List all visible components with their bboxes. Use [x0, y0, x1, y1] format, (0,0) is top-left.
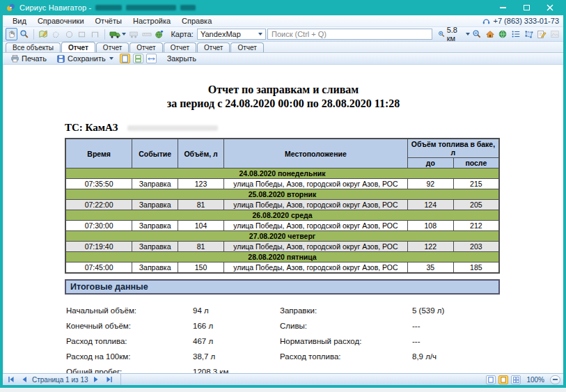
ruler-button[interactable] — [141, 28, 152, 40]
continuous-view-button[interactable] — [133, 54, 143, 63]
menu-nastroyka[interactable]: Настройка — [127, 16, 176, 26]
map-pencil-icon — [38, 29, 48, 39]
support-phone: +7 (863) 333-01-73 — [482, 17, 559, 26]
wagon-button[interactable] — [128, 28, 140, 40]
scale-control[interactable]: 5.8 км — [438, 26, 470, 42]
totals-section: Начальный объём:94 л Конечный объём:166 … — [66, 303, 563, 373]
report-title-line2: за период с 24.08.2020 00:00 по 28.08.20… — [3, 97, 563, 111]
status-bar: Страница 1 из 13 100% — [3, 373, 563, 385]
last-page-button[interactable] — [104, 375, 115, 384]
table-row: 07:45:00Заправка 150улица Победы, Азов, … — [65, 262, 499, 274]
toolbar-separator — [33, 29, 34, 40]
map-select-arrow — [258, 33, 262, 36]
ellipse-icon — [65, 30, 74, 39]
total-row: Конечный объём:166 л — [66, 318, 280, 334]
date-row: 24.08.2020 понедельник — [65, 168, 499, 179]
tab-report-1[interactable]: Отчет — [61, 42, 95, 52]
zoom-percent: 100% — [526, 376, 544, 384]
whole-page-button[interactable] — [486, 375, 496, 384]
minimize-button[interactable] — [492, 1, 513, 14]
report-title-line1: Отчет по заправкам и сливам — [3, 83, 563, 97]
magnifier-icon — [19, 29, 29, 39]
home-button[interactable] — [485, 28, 496, 40]
report-toolbar: Печать Сохранить Закрыть — [3, 53, 563, 65]
table-row: 07:22:00Заправка 81улица Победы, Азов, г… — [65, 200, 499, 210]
menu-spravka[interactable]: Справка — [176, 16, 217, 26]
map-edit-button[interactable] — [38, 28, 49, 40]
tab-report-2[interactable]: Отчет — [96, 42, 129, 52]
col-event: Событие — [132, 139, 178, 168]
single-page-view-button[interactable] — [120, 54, 130, 63]
tab-report-6[interactable]: Отчет — [230, 42, 263, 52]
image-button[interactable] — [549, 28, 560, 40]
tab-report-5[interactable]: Отчет — [197, 42, 230, 52]
ruler-icon — [142, 30, 152, 39]
truck-icon — [109, 30, 120, 39]
search-input[interactable] — [267, 29, 432, 40]
menu-otchety[interactable]: Отчёты — [90, 16, 127, 26]
vehicle-button[interactable] — [109, 28, 127, 40]
total-row: Общий пробег:1208,3 км — [66, 364, 280, 373]
multi-page-button[interactable] — [511, 375, 521, 384]
globe-upload-button[interactable] — [154, 28, 166, 40]
map-select[interactable]: YandexMap — [197, 29, 266, 40]
note-pencil-icon — [537, 29, 547, 39]
first-page-icon — [8, 376, 15, 383]
menu-vid[interactable]: Вид — [7, 16, 32, 26]
tab-report-3[interactable]: Отчет — [129, 42, 162, 52]
edit-note-button[interactable] — [536, 28, 548, 40]
multi-page-icon — [513, 377, 519, 383]
close-report-button[interactable]: Закрыть — [164, 54, 200, 64]
selection-area-button[interactable] — [523, 28, 535, 40]
page-navigation: Страница 1 из 13 — [6, 374, 121, 385]
col-before: до — [407, 158, 453, 168]
zoom-out-slider-button[interactable] — [550, 375, 560, 384]
save-button[interactable]: Сохранить — [53, 54, 117, 64]
zoom-out-button[interactable] — [471, 28, 483, 40]
polygon-tool-button[interactable] — [51, 28, 63, 40]
title-bar: Сириус Навигатор - — [3, 0, 563, 15]
close-report-label: Закрыть — [167, 54, 196, 63]
tab-report-4[interactable]: Отчет — [164, 42, 196, 52]
vehicle-dropdown-arrow — [122, 33, 126, 36]
next-page-button[interactable] — [91, 375, 102, 384]
menu-bar: Вид Справочники Отчёты Настройка Справка… — [3, 15, 563, 27]
window-title: Сириус Навигатор - — [19, 3, 91, 12]
pan-hand-button[interactable] — [6, 28, 17, 40]
table-row: 07:30:00Заправка 104улица Победы, Азов, … — [65, 221, 499, 231]
col-tank: Объём топлива в баке, л — [407, 139, 499, 158]
image-icon — [550, 29, 560, 39]
prev-page-button[interactable] — [19, 375, 30, 384]
selection-polygon-icon — [524, 29, 534, 39]
zoom-region-button[interactable] — [19, 28, 31, 40]
scale-dropdown-arrow — [466, 33, 470, 36]
whole-page-icon — [488, 377, 494, 383]
page-width-icon — [501, 377, 506, 383]
zoom-controls: 100% — [486, 375, 560, 384]
fit-arrows-icon — [148, 56, 155, 62]
zoom-in-icon — [438, 29, 446, 39]
close-button[interactable] — [540, 1, 560, 14]
menu-spravochniki[interactable]: Справочники — [32, 16, 90, 26]
date-row: 26.08.2020 среда — [65, 210, 499, 221]
save-dropdown-arrow — [109, 57, 113, 60]
vehicle-redacted — [127, 125, 218, 131]
zoom-out-icon — [472, 29, 482, 39]
first-page-button[interactable] — [6, 375, 17, 384]
object-list-button[interactable] — [510, 28, 522, 40]
print-button[interactable]: Печать — [7, 54, 50, 64]
gate-icon — [91, 30, 100, 39]
minus-icon — [553, 379, 558, 380]
fit-width-button[interactable] — [146, 54, 157, 63]
main-toolbar: Карта: YandexMap 5.8 км — [3, 27, 563, 42]
tab-all-objects[interactable]: Все объекты — [6, 42, 61, 52]
total-row: Сливы:--- — [280, 318, 444, 334]
rectangle-tool-button[interactable] — [77, 28, 88, 40]
gate-tool-button[interactable] — [89, 28, 101, 40]
maximize-button[interactable] — [516, 1, 537, 14]
headset-icon — [482, 17, 491, 26]
globe-button[interactable] — [497, 28, 509, 40]
ellipse-tool-button[interactable] — [63, 28, 75, 40]
printer-icon — [10, 54, 19, 63]
page-width-button[interactable] — [498, 375, 508, 384]
